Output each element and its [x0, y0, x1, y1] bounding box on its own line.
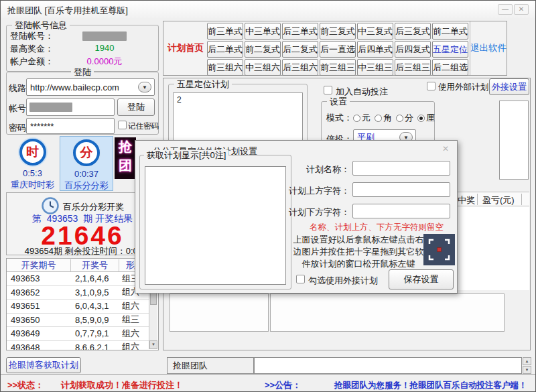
exit-software-button[interactable]: 退出软件 [470, 21, 507, 75]
mode-option[interactable]: 角 [375, 112, 392, 124]
bet-type-button[interactable]: 后三复式 [395, 23, 431, 40]
plan-display-listbox[interactable] [145, 166, 286, 285]
bet-type-button[interactable]: 后三单式 [282, 23, 318, 40]
baile-countdown: 0:0:37 [60, 169, 113, 179]
mode-option[interactable]: 元 [353, 112, 371, 124]
bet-type-button[interactable]: 后二单式 [207, 41, 243, 58]
minimize-icon[interactable]: — [498, 4, 513, 15]
bet-type-button[interactable]: 前二单式 [432, 23, 468, 40]
status-bar: >>状态： 计划获取成功！准备进行投注！ >>公告： 抢眼团队为您服务！抢眼团队… [1, 374, 536, 392]
clock-icon [42, 197, 59, 214]
dialog-instructions: 上面设置好以后拿鼠标左键点击右 边图片并按住把十字星拖到其它软 件放计划的窗口松… [292, 234, 425, 270]
lottery-tile-chongqing[interactable]: 时 0:5:3 重庆时时彩 [6, 136, 59, 191]
account-info-legend: 登陆帐号信息 [12, 20, 70, 30]
history-header-numbers: 开奖号 [71, 259, 119, 271]
bet-type-button[interactable]: 前三复式 [320, 23, 356, 40]
dialog-note: 名称、计划上方、下方无字符则留空 [295, 222, 458, 233]
plan-name-input[interactable] [352, 161, 450, 176]
bet-type-button-active[interactable]: 五星定位 [432, 41, 468, 58]
remember-password-label: 记住密码 [128, 121, 159, 131]
notice-text: 抢眼团队为您服务！抢眼团队百乐自动投注客户端！ [334, 380, 527, 391]
chongqing-countdown: 0:5:3 [6, 168, 59, 178]
status-label: >>状态： [7, 379, 44, 391]
balance-label: 帐户金额： [10, 56, 54, 68]
plan-top-input[interactable] [352, 182, 450, 197]
chongqing-lottery-icon: 时 [19, 139, 46, 166]
history-row: 4936508,5,9,0,9组三 [7, 314, 150, 328]
spinner-down-icon[interactable]: ▼ [523, 366, 531, 374]
remember-password-checkbox[interactable] [118, 121, 127, 129]
bet-type-button[interactable]: 前三组六 [207, 59, 243, 76]
bet-type-button[interactable]: 中三组三 [357, 59, 393, 76]
plan-bottom-label: 计划下方字符： [289, 206, 350, 218]
dialog-close-icon[interactable]: ✕ [442, 144, 449, 153]
external-settings-button[interactable]: 外接设置 [489, 78, 529, 95]
account-label: 登陆帐号： [10, 30, 54, 42]
settings-legend: 设置 [327, 96, 350, 107]
plan-group-legend: 五星定位计划 [174, 79, 232, 89]
titlebar: 抢眼团队 [百乐专用挂机至尊版] — ✕ [1, 1, 535, 18]
use-external-checkbox[interactable] [427, 82, 436, 90]
scroll-down-icon[interactable]: ▼ [149, 340, 157, 349]
bet-type-button[interactable]: 后四单式 [357, 41, 393, 58]
bet-type-button[interactable]: 前三单式 [207, 23, 243, 40]
bet-type-button[interactable]: 中三单式 [245, 23, 281, 40]
line-dropdown-icon[interactable]: ▼ [138, 82, 151, 92]
bet-type-button[interactable]: 后一直选 [320, 41, 356, 58]
password-input[interactable]: ******* [26, 118, 115, 134]
crosshair-drag-icon[interactable] [423, 234, 455, 265]
header-divider [477, 194, 478, 205]
save-settings-button[interactable]: 保存设置 [389, 269, 454, 289]
status-text: 计划获取成功！准备进行投注！ [61, 379, 183, 391]
spinner-up-icon[interactable]: ▲ [523, 357, 531, 365]
draw-panel-title: 百乐分分彩开奖 [63, 201, 124, 213]
mode-option[interactable]: 分 [396, 112, 413, 124]
login-button[interactable]: 登陆 [117, 99, 155, 116]
history-row: 4936532,1,6,4,6组三 [7, 272, 150, 286]
bet-type-button[interactable]: 后二复式 [282, 41, 318, 58]
mode-label: 模式： [326, 112, 352, 124]
bet-type-button[interactable]: 后二组选 [432, 59, 468, 76]
plan-display-legend: 获取计划显示[共0注] [144, 150, 228, 160]
baile-lottery-icon: 分 [73, 139, 100, 166]
lottery-tile-baile[interactable]: 分 0:0:37 百乐分分彩 [60, 136, 113, 191]
max-prize-value: 1940 [82, 43, 127, 53]
dialog-use-external-checkbox[interactable] [296, 275, 305, 283]
header-divider [521, 194, 522, 205]
blog-fetch-plan-button[interactable]: 抢眼博客获取计划 [6, 357, 81, 373]
mode-radio-group: 元 角 分 厘 [353, 112, 435, 124]
account-input[interactable] [26, 99, 115, 116]
team-bar-label: 抢眼团队 [167, 357, 254, 374]
chongqing-name: 重庆时时彩 [6, 179, 59, 191]
max-prize-label: 最高奖金： [10, 43, 54, 55]
plan-home-button[interactable]: 计划首页 [165, 21, 206, 76]
bet-type-button[interactable]: 前三组三 [320, 59, 356, 76]
history-row: 4936490,7,7,9,1组六 [7, 327, 150, 341]
close-icon[interactable]: ✕ [514, 4, 529, 15]
bet-type-button[interactable]: 后三组六 [282, 59, 318, 76]
account-input-masked [29, 103, 72, 112]
results-header-profit: 盈亏(元) [482, 194, 515, 206]
use-external-label: 使用外部计划 [438, 82, 488, 93]
balance-value: 0.0000元 [74, 56, 135, 68]
results-header-win: 中奖 [458, 194, 475, 206]
external-plan-listbox[interactable] [499, 101, 529, 180]
history-row: 4936488,6,6,2,1组六 [7, 341, 150, 351]
account-field-label: 帐号 [9, 103, 26, 115]
bet-type-button[interactable]: 中三组六 [245, 59, 281, 76]
team-bar-field[interactable] [254, 357, 522, 374]
bet-type-button[interactable]: 后四复式 [395, 41, 431, 58]
bet-type-button[interactable]: 中三复式 [357, 23, 393, 40]
mode-option-selected[interactable]: 厘 [417, 112, 435, 124]
history-row: 4936516,0,4,3,1组六 [7, 300, 150, 314]
auto-bet-checkbox[interactable] [324, 86, 332, 94]
bet-type-button[interactable]: 前二复式 [245, 41, 281, 58]
line-combobox[interactable]: http://www.bailecp.com ▼ [26, 78, 155, 96]
bottom-right-panel [270, 293, 505, 332]
bet-type-button[interactable]: 后三组三 [395, 59, 431, 76]
external-plan-dialog: 分分五星定位外接计划设置 ✕ 获取计划显示[共0注] 计划名称： 计划上方字符：… [135, 140, 458, 293]
dialog-use-external-label: 勾选使用外接计划 [308, 275, 378, 287]
history-header-period: 开奖期号 [7, 259, 71, 271]
baile-name: 百乐分分彩 [60, 180, 113, 192]
plan-bottom-input[interactable] [352, 204, 450, 218]
